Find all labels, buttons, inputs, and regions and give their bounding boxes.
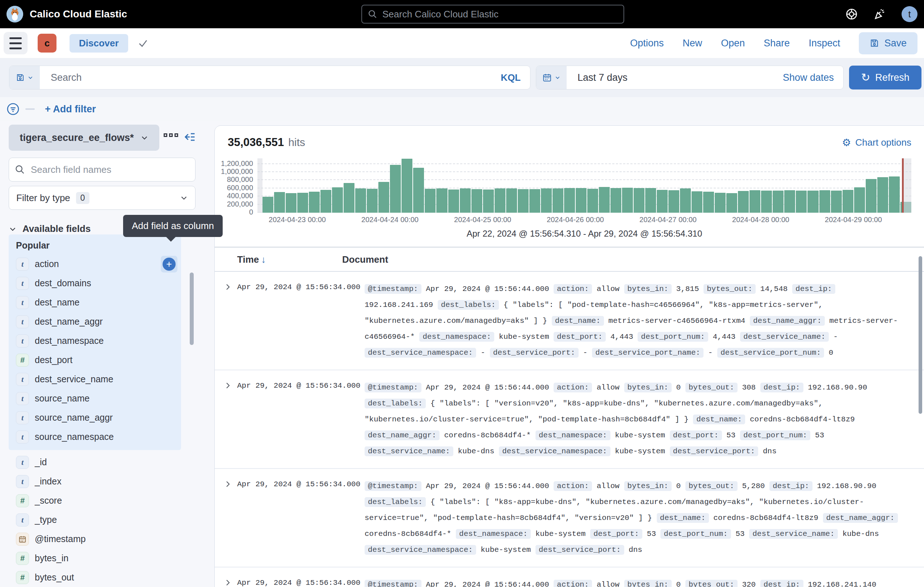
histogram-bar[interactable] [390, 165, 401, 213]
histogram-bar[interactable] [726, 193, 737, 213]
histogram-bar[interactable] [866, 179, 876, 213]
histogram-bar[interactable] [564, 188, 575, 213]
query-language-button[interactable]: KQL [501, 72, 521, 83]
options-button[interactable]: Options [630, 38, 664, 49]
saved-query-menu-button[interactable] [10, 66, 40, 89]
field-item-action[interactable]: taction+ [9, 255, 181, 274]
histogram-bar[interactable] [889, 177, 900, 213]
histogram-bar[interactable] [309, 192, 320, 213]
field-filter-options-icon[interactable] [163, 133, 178, 137]
histogram-bar[interactable] [343, 183, 355, 213]
histogram-bar[interactable] [413, 168, 424, 213]
expand-row-icon[interactable] [215, 478, 237, 558]
field-item-_id[interactable]: t_id [9, 453, 181, 472]
histogram-bar[interactable] [807, 190, 818, 213]
histogram-bar[interactable] [610, 188, 621, 213]
histogram-bar[interactable] [761, 190, 772, 213]
field-item-_score[interactable]: #_score [9, 491, 181, 510]
histogram-bar[interactable] [831, 190, 842, 213]
histogram-bar[interactable] [320, 190, 331, 213]
expand-row-icon[interactable] [215, 577, 237, 587]
histogram-plot[interactable] [257, 158, 911, 213]
histogram-bar[interactable] [715, 193, 726, 213]
histogram-bar[interactable] [355, 189, 366, 213]
histogram-bar[interactable] [332, 187, 343, 213]
histogram-bar[interactable] [784, 190, 795, 213]
histogram-bar[interactable] [680, 189, 691, 213]
histogram-bar[interactable] [285, 193, 297, 213]
collapse-sidebar-icon[interactable] [183, 131, 196, 144]
field-search-input[interactable]: Search field names [9, 158, 196, 182]
histogram-bar[interactable] [645, 188, 656, 213]
help-icon[interactable] [845, 8, 858, 21]
histogram-bar[interactable] [460, 189, 471, 213]
field-item-source_namespace[interactable]: tsource_namespace [9, 427, 181, 446]
histogram-bar[interactable] [553, 189, 563, 213]
histogram-bar[interactable] [495, 189, 505, 213]
add-filter-button[interactable]: + Add filter [45, 104, 96, 115]
share-button[interactable]: Share [764, 38, 790, 49]
field-item-@timestamp[interactable]: @timestamp [9, 529, 181, 549]
row-document[interactable]: @timestamp: Apr 29, 2024 @ 15:56:44.000 … [365, 281, 924, 361]
histogram-bar[interactable] [843, 190, 853, 213]
menu-toggle-button[interactable] [3, 32, 28, 55]
space-badge[interactable]: c [38, 34, 56, 53]
histogram-bar[interactable] [773, 190, 784, 213]
histogram-bar[interactable] [274, 192, 285, 213]
histogram-bar[interactable] [622, 188, 633, 213]
show-dates-button[interactable]: Show dates [783, 72, 834, 83]
histogram-bar[interactable] [691, 191, 703, 213]
inspect-button[interactable]: Inspect [808, 38, 840, 49]
histogram-bar[interactable] [703, 192, 714, 213]
time-column-header[interactable]: Time↓ [215, 254, 342, 265]
histogram-bar[interactable] [530, 189, 540, 213]
save-button[interactable]: Save [859, 32, 917, 55]
add-field-as-column-button[interactable]: + [161, 256, 177, 273]
time-range-value[interactable]: Last 7 days [578, 72, 627, 83]
field-item-bytes_out[interactable]: #bytes_out [9, 568, 181, 587]
histogram-bar[interactable] [506, 189, 517, 213]
row-document[interactable]: @timestamp: Apr 29, 2024 @ 15:56:44.000 … [365, 380, 924, 460]
field-item-dest_namespace[interactable]: tdest_namespace [9, 331, 181, 351]
expand-row-icon[interactable] [215, 281, 237, 361]
refresh-button[interactable]: ↻ Refresh [849, 66, 921, 89]
histogram-bar[interactable] [297, 193, 308, 213]
index-pattern-selector[interactable]: tigera_secure_ee_flows* [9, 125, 159, 151]
date-quick-menu-button[interactable] [536, 66, 567, 89]
histogram-bar[interactable] [877, 177, 888, 213]
histogram-bar[interactable] [472, 189, 482, 213]
histogram-bar[interactable] [262, 197, 273, 213]
open-button[interactable]: Open [721, 38, 745, 49]
histogram-bar[interactable] [657, 190, 668, 213]
histogram-bar[interactable] [599, 187, 610, 213]
user-avatar[interactable]: t [901, 6, 917, 22]
date-picker[interactable]: Last 7 days Show dates [536, 66, 844, 89]
histogram-bar[interactable] [518, 189, 529, 213]
histogram-bar[interactable] [576, 188, 587, 213]
field-item-dest_service_name[interactable]: tdest_service_name [9, 370, 181, 389]
histogram-bar[interactable] [668, 190, 679, 213]
histogram-bar[interactable] [448, 190, 459, 213]
filter-by-type-select[interactable]: Filter by type 0 [9, 186, 196, 210]
sidebar-scrollbar[interactable] [190, 273, 194, 345]
histogram-bar[interactable] [587, 189, 598, 213]
histogram-bar[interactable] [819, 190, 830, 213]
histogram-bar[interactable] [738, 191, 749, 213]
field-item-_type[interactable]: t_type [9, 510, 181, 529]
histogram-bar[interactable] [749, 190, 761, 213]
filter-icon[interactable] [6, 102, 20, 116]
whats-new-icon[interactable] [873, 8, 886, 21]
histogram-bar[interactable] [436, 189, 447, 213]
new-button[interactable]: New [683, 38, 702, 49]
expand-row-icon[interactable] [215, 380, 237, 460]
field-item-bytes_in[interactable]: #bytes_in [9, 549, 181, 568]
field-item-dest_name_aggr[interactable]: tdest_name_aggr [9, 312, 181, 331]
field-item-dest_port[interactable]: #dest_port [9, 351, 181, 370]
available-fields-header[interactable]: Available fields [9, 223, 91, 235]
histogram-bar[interactable] [401, 159, 412, 213]
chart-options-button[interactable]: ⚙ Chart options [842, 137, 911, 149]
row-document[interactable]: @timestamp: Apr 29, 2024 @ 15:56:44.000 … [365, 577, 924, 587]
histogram-bar[interactable] [541, 189, 552, 213]
field-item-_index[interactable]: t_index [9, 472, 181, 491]
histogram-bar[interactable] [425, 189, 436, 213]
